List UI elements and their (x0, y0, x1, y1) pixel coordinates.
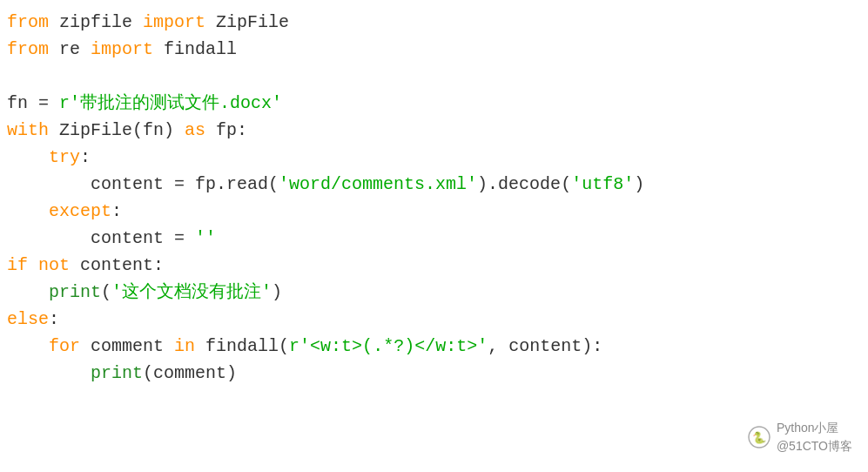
watermark-icon: 🐍 (747, 425, 771, 449)
code-line-2: from re import findall (7, 36, 861, 63)
code-line-10: if not content: (7, 252, 861, 279)
code-line-12: else: (7, 306, 861, 333)
code-line-3 (7, 63, 861, 90)
watermark-name: Python小屋 (777, 419, 839, 438)
code-line-11: print('这个文档没有批注') (7, 279, 861, 306)
code-line-14: print(comment) (7, 360, 861, 387)
code-line-9: content = '' (7, 225, 861, 252)
code-block: from zipfile import ZipFile from re impo… (0, 0, 868, 472)
code-line-1: from zipfile import ZipFile (7, 9, 861, 36)
code-line-4: fn = r'带批注的测试文件.docx' (7, 90, 861, 117)
svg-text:🐍: 🐍 (752, 430, 767, 445)
code-line-8: except: (7, 198, 861, 225)
watermark: 🐍 Python小屋 @51CTO博客 (747, 419, 852, 456)
watermark-site: @51CTO博客 (777, 437, 852, 456)
code-line-6: try: (7, 144, 861, 171)
code-line-13: for comment in findall(r'<w:t>(.*?)</w:t… (7, 333, 861, 360)
code-line-7: content = fp.read('word/comments.xml').d… (7, 171, 861, 198)
code-line-5: with ZipFile(fn) as fp: (7, 117, 861, 144)
